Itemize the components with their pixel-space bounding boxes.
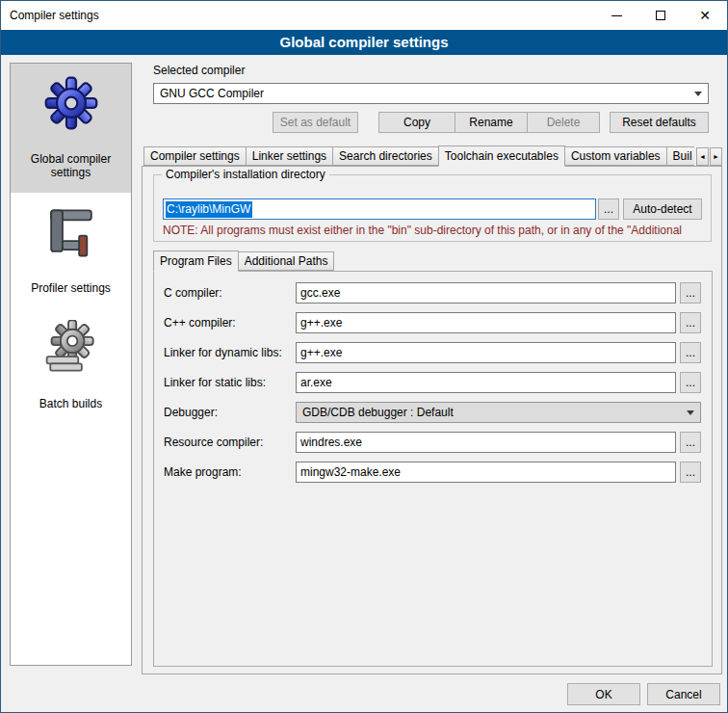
profiler-clamp-icon: [43, 204, 99, 260]
installation-directory-group-label: Compiler's installation directory: [162, 168, 329, 181]
close-button[interactable]: ✕: [683, 1, 727, 30]
settings-tabbar: Compiler settings Linker settings Search…: [143, 145, 694, 167]
make-program-browse-button[interactable]: ...: [680, 462, 701, 483]
window-controls: ✕: [594, 1, 727, 30]
set-as-default-button[interactable]: Set as default: [273, 112, 358, 133]
debugger-combobox[interactable]: GDB/CDB debugger : Default: [296, 402, 701, 423]
titlebar[interactable]: Compiler settings ✕: [1, 1, 727, 30]
batch-builds-gear-icon: [43, 320, 99, 376]
directory-note-text: NOTE: All programs must exist either in …: [163, 224, 708, 237]
resource-compiler-browse-button[interactable]: ...: [680, 432, 701, 453]
c-compiler-browse-button[interactable]: ...: [680, 282, 701, 304]
sidebar-item-profiler-settings[interactable]: Profiler settings: [11, 193, 131, 308]
settings-category-list: Global compiler settings Profiler settin…: [10, 63, 132, 666]
selected-compiler-combobox[interactable]: GNU GCC Compiler: [153, 83, 709, 104]
maximize-button[interactable]: [638, 1, 683, 30]
copy-button[interactable]: Copy: [378, 112, 455, 133]
resource-compiler-input[interactable]: [296, 432, 676, 453]
sidebar-item-label: Global compiler settings: [13, 152, 128, 179]
tab-search-directories[interactable]: Search directories: [332, 146, 439, 166]
subtab-additional-paths[interactable]: Additional Paths: [238, 251, 335, 271]
dialog-banner-title: Global compiler settings: [1, 30, 727, 55]
blue-gear-icon: [43, 75, 99, 131]
minimize-icon: [611, 15, 622, 16]
program-files-panel: C compiler: ... C++ compiler: ... Linker…: [153, 271, 713, 667]
sidebar-item-label: Profiler settings: [31, 281, 111, 295]
dialog-content: Global compiler settings Profiler settin…: [2, 55, 726, 711]
subtab-program-files[interactable]: Program Files: [153, 251, 239, 272]
tab-custom-variables[interactable]: Custom variables: [564, 146, 667, 166]
compiler-settings-window: Compiler settings ✕ Global compiler sett…: [0, 0, 728, 713]
tab-compiler-settings[interactable]: Compiler settings: [143, 146, 247, 166]
reset-defaults-button[interactable]: Reset defaults: [610, 112, 709, 133]
installation-directory-groupbox: Compiler's installation directory C:\ray…: [153, 174, 712, 242]
tab-scroll-left-button[interactable]: ◄: [696, 147, 709, 166]
linker-dynamic-input[interactable]: [296, 342, 676, 363]
cpp-compiler-browse-button[interactable]: ...: [680, 312, 701, 333]
window-title: Compiler settings: [1, 9, 99, 22]
tab-toolchain-executables[interactable]: Toolchain executables: [438, 145, 565, 167]
linker-static-browse-button[interactable]: ...: [680, 372, 701, 393]
c-compiler-input[interactable]: [296, 282, 676, 304]
linker-dynamic-label: Linker for dynamic libs:: [164, 342, 282, 363]
installation-directory-input[interactable]: C:\raylib\MinGW: [163, 198, 596, 220]
cpp-compiler-label: C++ compiler:: [164, 312, 236, 333]
c-compiler-label: C compiler:: [164, 282, 222, 304]
cpp-compiler-input[interactable]: [296, 312, 676, 333]
linker-static-label: Linker for static libs:: [164, 372, 266, 393]
ok-button[interactable]: OK: [567, 683, 640, 705]
program-files-tabbar: Program Files Additional Paths: [153, 251, 708, 272]
sidebar-item-batch-builds[interactable]: Batch builds: [11, 308, 131, 424]
close-icon: ✕: [699, 9, 711, 22]
toolchain-executables-panel: Compiler's installation directory C:\ray…: [142, 166, 722, 674]
directory-browse-button[interactable]: ...: [598, 198, 619, 220]
make-program-label: Make program:: [164, 462, 242, 483]
selected-compiler-label: Selected compiler: [153, 64, 245, 77]
selected-compiler-value: GNU GCC Compiler: [160, 87, 264, 100]
delete-button[interactable]: Delete: [527, 112, 600, 133]
tab-scroll-right-button[interactable]: ►: [710, 147, 722, 166]
minimize-button[interactable]: [594, 1, 638, 30]
linker-dynamic-browse-button[interactable]: ...: [680, 342, 701, 363]
installation-directory-selected-text: C:\raylib\MinGW: [166, 201, 252, 218]
tab-linker-settings[interactable]: Linker settings: [246, 146, 333, 166]
linker-static-input[interactable]: [296, 372, 676, 393]
cancel-button[interactable]: Cancel: [647, 683, 720, 705]
sidebar-item-global-compiler-settings[interactable]: Global compiler settings: [11, 64, 131, 193]
rename-button[interactable]: Rename: [455, 112, 528, 133]
autodetect-button[interactable]: Auto-detect: [623, 198, 702, 220]
resource-compiler-label: Resource compiler:: [164, 432, 263, 453]
sidebar-item-label: Batch builds: [39, 397, 102, 410]
chevron-down-icon: [689, 84, 708, 103]
debugger-label: Debugger:: [164, 402, 218, 423]
debugger-value: GDB/CDB debugger : Default: [302, 406, 454, 419]
tab-build-options-truncated[interactable]: Buil: [666, 146, 694, 166]
maximize-icon: [656, 11, 665, 20]
make-program-input[interactable]: [296, 462, 676, 483]
chevron-down-icon: [681, 403, 700, 422]
